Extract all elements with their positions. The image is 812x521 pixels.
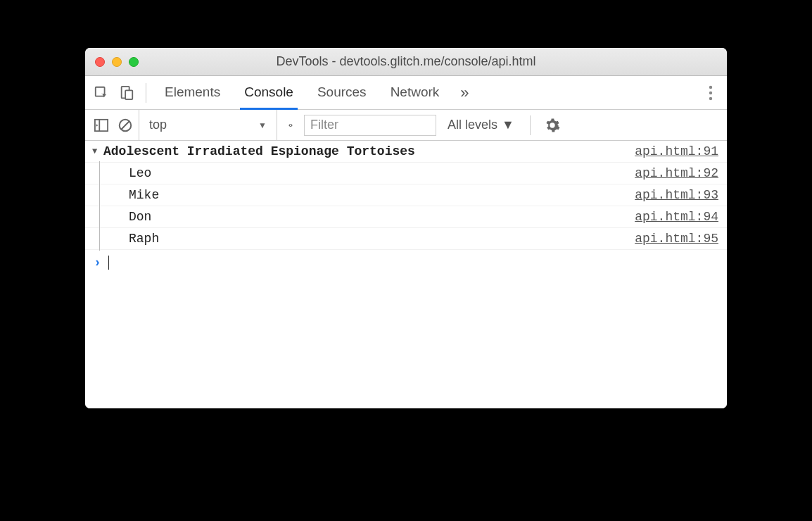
console-group-title: Adolescent Irradiated Espionage Tortoise… <box>103 144 415 158</box>
more-options-icon[interactable] <box>700 85 721 101</box>
source-link[interactable]: api.html:91 <box>635 144 718 158</box>
console-group-header[interactable]: ▼ Adolescent Irradiated Espionage Tortoi… <box>85 141 727 163</box>
svg-rect-2 <box>125 90 132 99</box>
tab-sources[interactable]: Sources <box>307 77 376 108</box>
tabs-overflow-icon[interactable]: » <box>453 84 476 102</box>
chevron-down-icon: ▼ <box>502 118 514 132</box>
maximize-window-button[interactable] <box>129 57 139 67</box>
device-toolbar-icon[interactable] <box>116 82 137 103</box>
svg-point-3 <box>709 85 712 88</box>
log-levels-selector[interactable]: All levels ▼ <box>439 118 523 132</box>
console-settings-icon[interactable] <box>538 118 567 133</box>
console-log-row: Mike api.html:93 <box>85 184 727 206</box>
prompt-caret-icon: › <box>94 256 101 270</box>
svg-line-9 <box>121 121 129 130</box>
log-levels-label: All levels <box>448 118 497 132</box>
disclosure-triangle-icon[interactable]: ▼ <box>92 146 103 156</box>
console-log-row: Raph api.html:95 <box>85 228 727 250</box>
window-titlebar: DevTools - devtools.glitch.me/console/ap… <box>85 48 727 76</box>
console-prompt[interactable]: › <box>85 250 727 275</box>
filter-input[interactable] <box>304 115 436 136</box>
console-log-text: Mike <box>109 188 159 202</box>
divider <box>146 83 146 103</box>
window-title: DevTools - devtools.glitch.me/console/ap… <box>85 54 727 69</box>
devtools-window: DevTools - devtools.glitch.me/console/ap… <box>85 48 727 408</box>
inspect-element-icon[interactable] <box>91 82 112 103</box>
source-link[interactable]: api.html:93 <box>635 188 718 202</box>
console-output: ▼ Adolescent Irradiated Espionage Tortoi… <box>85 141 727 408</box>
console-log-text: Don <box>109 210 151 224</box>
console-log-row: Don api.html:94 <box>85 206 727 228</box>
tab-network[interactable]: Network <box>381 77 450 108</box>
source-link[interactable]: api.html:92 <box>635 166 718 180</box>
console-toolbar: top ▼ All levels ▼ <box>85 110 727 141</box>
divider <box>530 115 531 135</box>
console-log-row: Leo api.html:92 <box>85 163 727 184</box>
svg-point-5 <box>709 96 712 99</box>
svg-point-10 <box>290 125 291 125</box>
live-expression-icon[interactable] <box>280 115 301 136</box>
text-cursor <box>108 256 109 270</box>
clear-console-icon[interactable] <box>115 115 136 136</box>
show-console-sidebar-icon[interactable] <box>91 115 112 136</box>
svg-point-11 <box>550 123 554 127</box>
traffic-lights <box>85 57 139 67</box>
source-link[interactable]: api.html:95 <box>635 232 718 246</box>
console-log-text: Leo <box>109 166 151 180</box>
main-tabs-bar: Elements Console Sources Network » <box>85 76 727 110</box>
minimize-window-button[interactable] <box>112 57 122 67</box>
tab-elements[interactable]: Elements <box>155 77 230 108</box>
close-window-button[interactable] <box>95 57 105 67</box>
execution-context-selector[interactable]: top ▼ <box>139 110 277 140</box>
source-link[interactable]: api.html:94 <box>635 210 718 224</box>
svg-point-4 <box>709 91 712 94</box>
console-log-text: Raph <box>109 232 159 246</box>
tab-console[interactable]: Console <box>234 77 303 108</box>
execution-context-label: top <box>149 118 167 132</box>
chevron-down-icon: ▼ <box>258 120 267 130</box>
